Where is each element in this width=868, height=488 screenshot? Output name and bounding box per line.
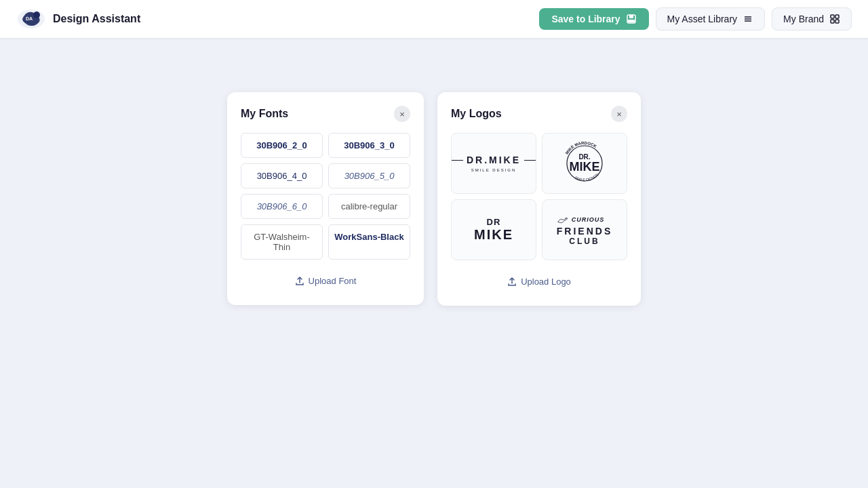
logo-dr-mike-block-content: DR MIKE <box>474 217 513 243</box>
logos-panel-close-button[interactable]: × <box>611 106 627 122</box>
font-item[interactable]: calibre-regular <box>328 194 410 219</box>
svg-text:DA: DA <box>26 16 33 21</box>
logo-item-curious-friends[interactable]: CURIOUS FRIENDS CLUB <box>542 199 627 260</box>
logos-panel-title: My Logos <box>451 108 502 120</box>
header-left: DA Design Assistant <box>16 4 140 34</box>
font-item[interactable]: GT-Walsheim-Thin <box>241 224 323 260</box>
logo-circle-content: MIKE MARDOCK SMILE DESIGN DR. MIKE <box>560 139 609 188</box>
logo-curious-content: CURIOUS FRIENDS CLUB <box>554 211 615 249</box>
fonts-panel: My Fonts × 30B906_2_0 30B906_3_0 30B906_… <box>227 92 424 305</box>
curious-label: CURIOUS <box>572 216 605 223</box>
svg-rect-9 <box>831 15 834 18</box>
save-icon <box>626 14 637 24</box>
save-button-label: Save to Library <box>551 14 620 24</box>
app-title: Design Assistant <box>53 13 140 25</box>
font-item[interactable]: 30B906_3_0 <box>328 133 410 158</box>
save-to-library-button[interactable]: Save to Library <box>539 8 648 30</box>
svg-text:SMILE DESIGN: SMILE DESIGN <box>574 172 599 182</box>
friends-label: FRIENDS <box>557 226 612 237</box>
upload-font-button[interactable]: Upload Font <box>241 270 410 291</box>
upload-logo-button[interactable]: Upload Logo <box>451 271 627 292</box>
svg-rect-4 <box>629 15 633 18</box>
header-right: Save to Library My Asset Library My Bran… <box>539 7 852 30</box>
list-icon <box>743 14 753 24</box>
asset-library-label: My Asset Library <box>667 14 737 24</box>
upload-icon <box>295 277 304 286</box>
asset-library-button[interactable]: My Asset Library <box>656 7 765 30</box>
fonts-panel-close-button[interactable]: × <box>394 106 410 122</box>
fonts-panel-header: My Fonts × <box>241 106 410 122</box>
upload-logo-label: Upload Logo <box>521 277 571 287</box>
main-content: My Fonts × 30B906_2_0 30B906_3_0 30B906_… <box>0 38 868 333</box>
svg-rect-11 <box>831 20 834 23</box>
close-icon: × <box>616 109 622 119</box>
logo-dr-mike-horizontal-content: DR.MIKE SMILE DESIGN <box>451 155 536 172</box>
svg-rect-10 <box>835 15 839 18</box>
brand-icon <box>829 14 840 24</box>
dr-text: DR <box>474 217 513 227</box>
upload-font-label: Upload Font <box>309 276 357 286</box>
upload-logo-icon <box>507 277 517 287</box>
font-item[interactable]: 30B906_4_0 <box>241 163 323 188</box>
font-item[interactable]: 30B906_6_0 <box>241 194 323 219</box>
logo-item-dr-mike-circle[interactable]: MIKE MARDOCK SMILE DESIGN DR. MIKE <box>542 133 627 194</box>
club-label: CLUB <box>557 237 612 246</box>
bird-sketch-icon <box>557 214 569 226</box>
logos-panel-header: My Logos × <box>451 106 627 122</box>
font-item[interactable]: WorkSans-Black <box>328 224 410 260</box>
brand-button[interactable]: My Brand <box>772 7 852 30</box>
font-item[interactable]: 30B906_5_0 <box>328 163 410 188</box>
header: DA Design Assistant Save to Library My A… <box>0 0 868 38</box>
svg-rect-5 <box>628 20 635 22</box>
font-grid: 30B906_2_0 30B906_3_0 30B906_4_0 30B906_… <box>241 133 410 260</box>
logos-panel: My Logos × DR.MIKE SMILE DESIGN <box>437 92 641 306</box>
logo-item-dr-mike-block[interactable]: DR MIKE <box>451 199 536 260</box>
mike-text: MIKE <box>474 227 513 243</box>
font-item[interactable]: 30B906_2_0 <box>241 133 323 158</box>
close-icon: × <box>399 109 405 119</box>
logo-circle-inner-text: DR. MIKE <box>570 154 600 173</box>
logo-item-dr-mike-horizontal[interactable]: DR.MIKE SMILE DESIGN <box>451 133 536 194</box>
svg-rect-12 <box>835 20 839 23</box>
fonts-panel-title: My Fonts <box>241 108 288 120</box>
app-logo-icon: DA <box>16 4 46 34</box>
brand-label: My Brand <box>783 14 824 24</box>
logo-grid: DR.MIKE SMILE DESIGN MIKE MARDOCK <box>451 133 627 260</box>
